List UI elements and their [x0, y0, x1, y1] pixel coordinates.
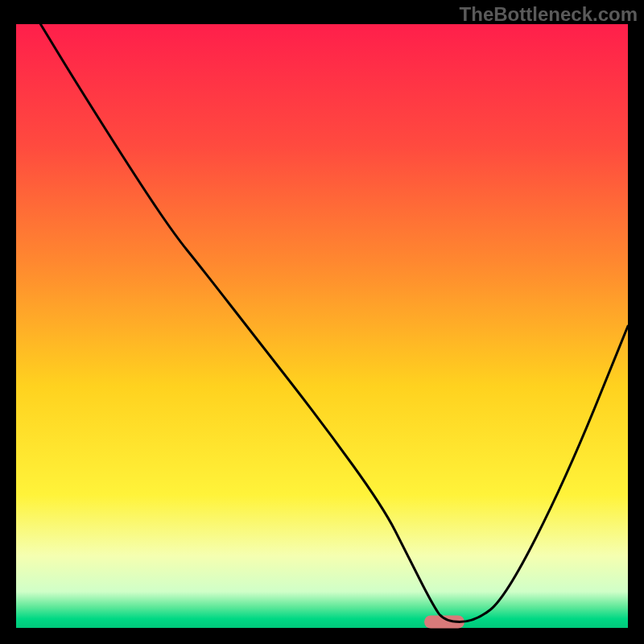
watermark-text: TheBottleneck.com: [460, 3, 638, 26]
chart-container: TheBottleneck.com: [0, 0, 644, 644]
bottleneck-chart: [0, 0, 644, 644]
